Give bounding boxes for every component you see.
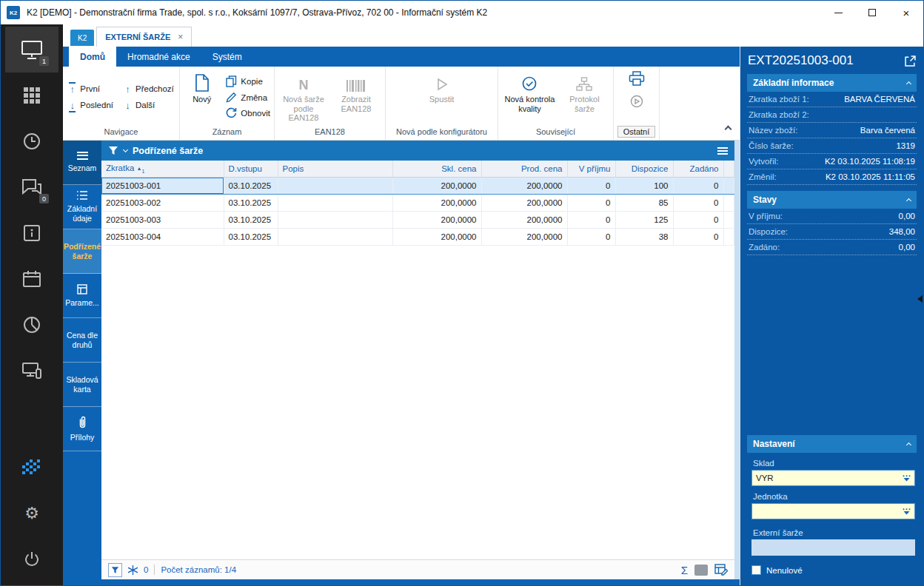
rail-devices-button[interactable] <box>5 348 58 394</box>
view-nav-cena-dle-druhu[interactable]: Cena dle druhů <box>63 318 101 363</box>
column-header-prod-cena[interactable]: Prod. cena <box>481 161 567 177</box>
new-quality-check-button[interactable]: Nová kontrola kvality <box>502 70 558 124</box>
table-row[interactable]: 20251003-002 03.10.2025 200,0000 200,000… <box>101 194 734 211</box>
cell-zkratka: 20251003-004 <box>101 228 224 245</box>
ribbon-collapse-button[interactable] <box>726 121 731 135</box>
cell-popis <box>278 194 392 211</box>
column-header-dvstupu[interactable]: D.vstupu <box>224 161 278 177</box>
view-nav-parametry[interactable]: Parame... <box>63 274 101 318</box>
section-title-stavy: Stavy <box>753 195 777 205</box>
section-title-zakladni: Základní informace <box>753 78 834 88</box>
filter-status-button[interactable] <box>108 563 122 577</box>
lookup-dropdown-icon[interactable] <box>903 508 911 515</box>
filter-chevron-down-icon[interactable] <box>123 146 128 152</box>
view-nav-skladova-karta[interactable]: Skladová karta <box>63 363 101 407</box>
cell-vstup: 03.10.2025 <box>224 211 278 228</box>
rail-history-button[interactable] <box>5 118 58 164</box>
column-header-popis[interactable]: Popis <box>278 161 392 177</box>
cell-prijem: 0 <box>567 177 615 194</box>
rail-desktop-button[interactable]: 1 <box>5 27 58 73</box>
edit-record-button[interactable]: Změna <box>226 92 267 103</box>
collapse-chevron-icon <box>906 81 911 87</box>
rail-settings-button[interactable]: ⚙ <box>5 491 58 536</box>
maximize-button[interactable] <box>855 1 889 24</box>
cell-zadano: 0 <box>673 177 723 194</box>
ribbon-tab-domu[interactable]: Domů <box>69 47 116 67</box>
tab-externi-sarze[interactable]: EXTERNÍ ŠARŽE × <box>96 27 192 47</box>
section-header-stavy[interactable]: Stavy <box>747 191 917 209</box>
column-header-v-prijmu[interactable]: V příjmu <box>567 161 615 177</box>
grid-tool-button[interactable] <box>694 565 708 576</box>
detail-row: Zadáno:0,00 <box>747 240 917 255</box>
column-header-skl-cena[interactable]: Skl. cena <box>392 161 481 177</box>
view-nav-seznam[interactable]: Seznam <box>63 141 101 185</box>
lookup-dropdown-icon[interactable] <box>903 475 911 482</box>
table-row[interactable]: 20251003-003 03.10.2025 200,0000 200,000… <box>101 211 734 228</box>
chevron-up-icon <box>725 126 732 133</box>
k2-pattern-icon <box>22 459 41 476</box>
detail-list-icon <box>76 190 88 201</box>
tab-k2[interactable]: K2 <box>70 30 94 46</box>
detail-row: Zkratka zboží 2: <box>747 107 917 123</box>
previous-record-button[interactable]: ↑Předchozí <box>124 84 174 94</box>
panel-collapse-arrow[interactable] <box>917 295 923 303</box>
rail-k2-logo-button[interactable] <box>5 445 58 491</box>
group-label-konfigurator: Nová podle konfigurátoru <box>396 127 487 136</box>
batches-table: Zkratka ▲1 D.vstupu Popis Skl. cena Prod… <box>101 161 734 246</box>
jednotka-input[interactable] <box>756 507 903 516</box>
previous-arrow-icon: ↑ <box>124 84 132 94</box>
scroll-gutter[interactable] <box>734 141 740 579</box>
view-nav-prilohy[interactable]: Přílohy <box>63 407 101 451</box>
detail-row: Dispozice:348,00 <box>747 224 917 240</box>
sklad-input[interactable] <box>756 474 903 482</box>
titlebar: K2 K2 [DEMO] - Demonstrační firma Trade,… <box>1 1 923 24</box>
nenulove-checkbox[interactable] <box>751 565 761 575</box>
next-record-button[interactable]: ↓Další <box>124 101 174 110</box>
rail-info-button[interactable] <box>5 210 58 256</box>
view-nav-prilohy-label: Přílohy <box>70 433 95 442</box>
close-button[interactable]: × <box>889 1 923 24</box>
cell-prijem: 0 <box>567 211 615 228</box>
ribbon-tab-hromadne-akce[interactable]: Hromadné akce <box>116 47 201 67</box>
pencil-icon <box>226 92 237 103</box>
section-header-zakladni[interactable]: Základní informace <box>747 74 917 92</box>
rail-power-button[interactable] <box>5 536 58 582</box>
rail-time-button[interactable] <box>5 302 58 348</box>
first-record-button[interactable]: ↑První <box>68 84 113 94</box>
rail-messages-button[interactable]: 0 <box>5 164 58 210</box>
column-header-dispozice[interactable]: Dispozice <box>615 161 673 177</box>
group-label-ostatni[interactable]: Ostatní <box>617 126 655 138</box>
table-row[interactable]: 20251003-004 03.10.2025 200,0000 200,000… <box>101 228 734 245</box>
rail-modules-button[interactable] <box>5 73 58 118</box>
app-logo-icon: K2 <box>7 6 20 19</box>
cell-zkratka: 20251003-002 <box>101 194 224 211</box>
group-label-souvisejici: Související <box>536 127 575 136</box>
column-header-zkratka[interactable]: Zkratka ▲1 <box>101 161 224 177</box>
tab-close-icon[interactable]: × <box>178 32 183 42</box>
externi-sarze-input[interactable] <box>756 543 911 552</box>
print-button[interactable] <box>629 71 645 89</box>
filter-funnel-icon[interactable] <box>108 146 118 155</box>
section-header-nastaveni[interactable]: Nastavení <box>747 435 917 453</box>
popout-icon[interactable] <box>905 55 916 67</box>
grid-menu-icon[interactable] <box>717 147 728 155</box>
run-configurator-label: Spustit <box>429 95 455 104</box>
view-nav-podrizene-sarze[interactable]: Podřízené šarže <box>63 229 101 274</box>
edit-columns-icon[interactable] <box>714 564 728 576</box>
rail-calendar-button[interactable] <box>5 256 58 302</box>
refresh-button[interactable]: Obnovit <box>226 107 270 118</box>
table-row[interactable]: 20251003-001 03.10.2025 200,0000 200,000… <box>101 177 734 194</box>
minimize-button[interactable] <box>821 1 855 24</box>
ean-n-icon: N <box>299 78 309 92</box>
copy-record-button[interactable]: Kopie <box>226 75 262 87</box>
ribbon-tab-system[interactable]: Systém <box>201 47 253 67</box>
cell-prod: 200,0000 <box>481 194 567 211</box>
frozen-snowflake-icon[interactable] <box>128 565 138 575</box>
batch-protocol-label: Protokol šarže <box>560 95 609 113</box>
last-record-button[interactable]: ↓Poslední <box>68 101 113 110</box>
sum-button[interactable]: Σ <box>681 564 688 576</box>
column-header-zadano[interactable]: Zadáno <box>673 161 723 177</box>
power-icon <box>23 550 41 568</box>
new-record-button[interactable]: Nový <box>184 70 220 124</box>
view-nav-zakladni-udaje[interactable]: Základní údaje <box>63 185 101 229</box>
